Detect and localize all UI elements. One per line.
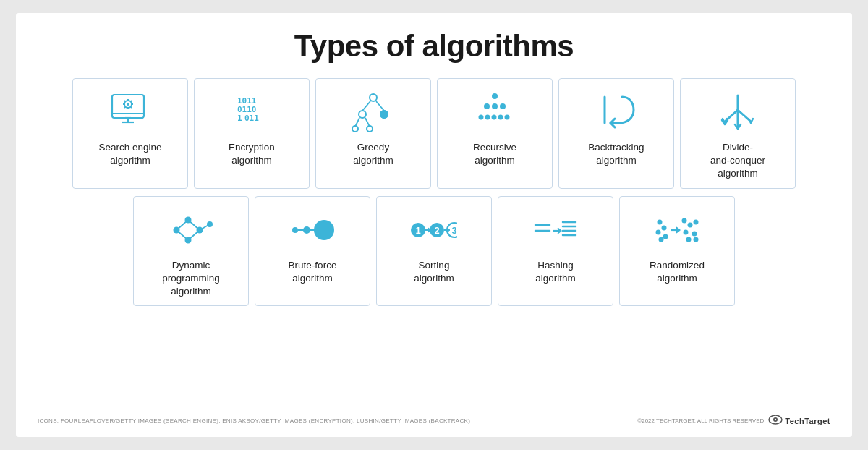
svg-point-31 bbox=[492, 103, 498, 109]
row-2: Dynamicprogrammingalgorithm Brute-forcea… bbox=[38, 196, 830, 307]
svg-text:1: 1 bbox=[415, 225, 420, 236]
dynamic-programming-label: Dynamicprogrammingalgorithm bbox=[162, 259, 220, 299]
svg-point-27 bbox=[367, 126, 373, 132]
greedy-label: Greedyalgorithm bbox=[353, 141, 393, 167]
svg-point-30 bbox=[484, 103, 490, 109]
svg-text:3: 3 bbox=[451, 225, 456, 236]
card-sorting: 1 2 3 Sortingalgorithm bbox=[376, 196, 492, 307]
algorithm-grid: Search enginealgorithm 1011 0110 1 011 E… bbox=[38, 78, 830, 406]
svg-point-79 bbox=[694, 219, 699, 224]
svg-text:011: 011 bbox=[244, 114, 259, 123]
svg-point-74 bbox=[663, 234, 668, 239]
svg-point-28 bbox=[380, 111, 388, 118]
encryption-icon: 1011 0110 1 011 bbox=[229, 89, 275, 135]
randomized-icon bbox=[654, 207, 700, 253]
card-divide-conquer: Divide-and-conqueralgorithm bbox=[680, 78, 796, 189]
hashing-icon bbox=[532, 207, 579, 253]
svg-point-36 bbox=[498, 115, 503, 120]
svg-point-81 bbox=[692, 231, 697, 236]
divide-conquer-icon bbox=[715, 89, 761, 135]
svg-line-12 bbox=[131, 107, 132, 108]
svg-point-55 bbox=[314, 220, 334, 240]
svg-point-22 bbox=[359, 111, 366, 118]
svg-line-46 bbox=[176, 220, 188, 230]
svg-point-78 bbox=[688, 222, 693, 227]
greedy-icon bbox=[350, 89, 396, 135]
svg-point-83 bbox=[694, 237, 699, 242]
backtracking-icon bbox=[593, 89, 639, 135]
svg-line-14 bbox=[124, 107, 125, 108]
brute-force-label: Brute-forcealgorithm bbox=[289, 259, 337, 285]
svg-point-51 bbox=[292, 227, 298, 233]
hashing-label: Hashingalgorithm bbox=[535, 259, 576, 285]
row-1: Search enginealgorithm 1011 0110 1 011 E… bbox=[38, 78, 830, 189]
svg-point-34 bbox=[485, 115, 490, 120]
svg-line-13 bbox=[131, 101, 132, 101]
card-randomized: Randomizedalgorithm bbox=[619, 196, 735, 307]
card-encryption: 1011 0110 1 011 Encryptionalgorithm bbox=[194, 78, 310, 189]
main-card: Types of algorithms bbox=[16, 13, 852, 437]
encryption-label: Encryptionalgorithm bbox=[229, 141, 275, 167]
card-backtracking: Backtrackingalgorithm bbox=[558, 78, 674, 189]
svg-line-49 bbox=[188, 230, 200, 240]
randomized-label: Randomizedalgorithm bbox=[650, 259, 705, 285]
recursive-label: Recursivealgorithm bbox=[473, 141, 516, 167]
footer-credits: ICONS: FOURLEAFLOVER/GETTY IMAGES (SEARC… bbox=[38, 417, 470, 424]
svg-point-82 bbox=[686, 237, 692, 242]
page-title: Types of algorithms bbox=[38, 29, 830, 64]
techtarget-eye-icon bbox=[768, 415, 783, 427]
card-search-engine: Search enginealgorithm bbox=[72, 78, 188, 189]
svg-line-47 bbox=[176, 230, 188, 240]
svg-line-11 bbox=[124, 101, 125, 101]
svg-point-77 bbox=[682, 218, 687, 223]
svg-point-32 bbox=[500, 103, 506, 109]
card-greedy: Greedyalgorithm bbox=[315, 78, 431, 189]
svg-text:1: 1 bbox=[237, 114, 242, 123]
techtarget-brand-name: TechTarget bbox=[785, 417, 830, 425]
card-brute-force: Brute-forcealgorithm bbox=[255, 196, 370, 307]
svg-point-35 bbox=[492, 115, 497, 120]
svg-point-71 bbox=[658, 219, 663, 224]
techtarget-logo: TechTarget bbox=[768, 415, 830, 427]
svg-line-48 bbox=[188, 220, 200, 230]
svg-point-19 bbox=[370, 94, 377, 101]
svg-rect-0 bbox=[112, 95, 144, 118]
sorting-icon: 1 2 3 bbox=[411, 207, 457, 253]
svg-point-73 bbox=[656, 229, 661, 234]
footer-right: ©2022 TECHTARGET. ALL RIGHTS RESERVED Te… bbox=[637, 415, 830, 427]
svg-line-21 bbox=[376, 101, 384, 111]
svg-line-20 bbox=[362, 101, 370, 111]
svg-point-86 bbox=[775, 419, 776, 420]
svg-point-6 bbox=[127, 103, 129, 106]
svg-point-26 bbox=[352, 126, 358, 132]
svg-point-33 bbox=[479, 115, 484, 120]
card-dynamic-programming: Dynamicprogrammingalgorithm bbox=[133, 196, 249, 307]
svg-point-80 bbox=[684, 229, 689, 234]
card-recursive: Recursivealgorithm bbox=[437, 78, 553, 189]
footer-copyright: ©2022 TECHTARGET. ALL RIGHTS RESERVED bbox=[637, 417, 764, 424]
backtracking-label: Backtrackingalgorithm bbox=[588, 141, 644, 167]
svg-point-53 bbox=[303, 226, 310, 234]
svg-line-50 bbox=[200, 224, 210, 230]
brute-force-icon bbox=[289, 207, 336, 253]
svg-text:2: 2 bbox=[434, 225, 439, 236]
dynamic-programming-icon bbox=[168, 207, 214, 253]
search-engine-label: Search enginealgorithm bbox=[98, 141, 161, 167]
sorting-label: Sortingalgorithm bbox=[414, 259, 454, 285]
svg-point-37 bbox=[505, 115, 510, 120]
divide-conquer-label: Divide-and-conqueralgorithm bbox=[710, 141, 765, 181]
card-hashing: Hashingalgorithm bbox=[498, 196, 613, 307]
search-engine-icon bbox=[107, 89, 153, 135]
recursive-icon bbox=[472, 89, 518, 135]
svg-point-72 bbox=[662, 225, 667, 230]
footer: ICONS: FOURLEAFLOVER/GETTY IMAGES (SEARC… bbox=[38, 412, 830, 427]
svg-point-29 bbox=[492, 93, 498, 99]
svg-point-75 bbox=[659, 237, 664, 242]
